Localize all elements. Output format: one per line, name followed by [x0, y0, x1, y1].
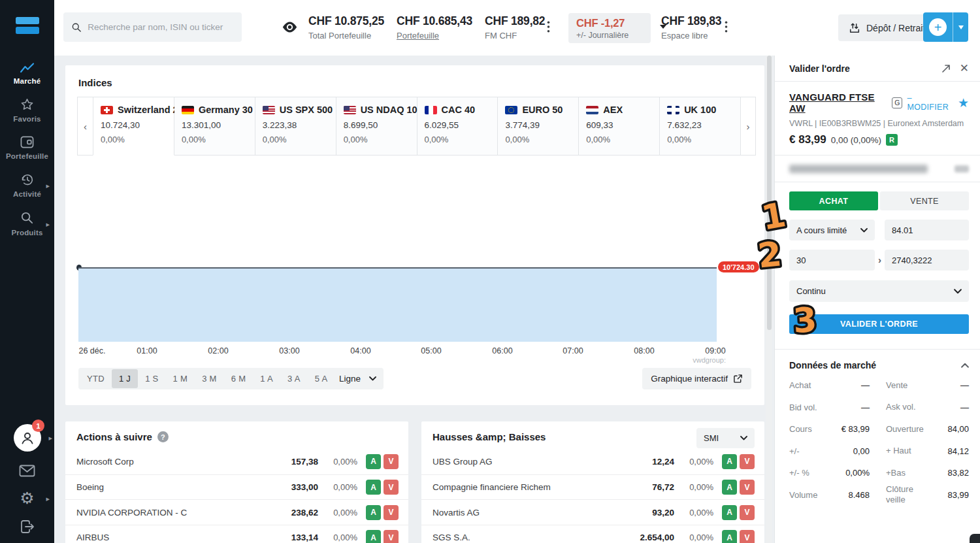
- sell-button[interactable]: V: [384, 505, 399, 520]
- index-tab-cac-40[interactable]: CAC 40 6.029,55 0,00%: [417, 97, 498, 155]
- buy-button[interactable]: A: [722, 480, 737, 495]
- sidebar-item-favoris[interactable]: Favoris: [0, 91, 54, 129]
- sidebar: Marché Favoris Portefeuille Activité ▸ P…: [0, 0, 54, 543]
- index-tab-uk-100[interactable]: UK 100 7.632,23 0,00%: [660, 97, 740, 155]
- table-row[interactable]: UBS Group AG 12,24 0,00% A V: [421, 449, 764, 474]
- chart-type-select[interactable]: Ligne: [332, 368, 384, 389]
- range-1m[interactable]: 1 M: [166, 369, 195, 388]
- sell-button[interactable]: V: [740, 454, 755, 469]
- table-row[interactable]: Microsoft Corp 157,38 0,00% A V: [65, 449, 408, 474]
- sell-button[interactable]: V: [740, 530, 755, 543]
- sidebar-item-produits[interactable]: Produits ▸: [0, 205, 54, 243]
- range-1j[interactable]: 1 J: [112, 369, 138, 388]
- sell-button[interactable]: V: [740, 480, 755, 495]
- stock-name: UBS Group AG: [433, 457, 623, 467]
- table-row[interactable]: Compagnie financiere Richem 76,72 0,00% …: [421, 474, 764, 500]
- quantity-field[interactable]: [789, 250, 875, 271]
- buy-button[interactable]: A: [722, 530, 737, 543]
- buy-button[interactable]: A: [366, 505, 381, 520]
- range-5a[interactable]: 5 A: [308, 369, 335, 388]
- indices-card: Indices ‹ Switzerland 20 10.724,30 0,00%…: [65, 65, 764, 405]
- favorite-star-icon[interactable]: ★: [958, 97, 969, 109]
- range-1a[interactable]: 1 A: [253, 369, 280, 388]
- tabs-scroll-right-button[interactable]: ›: [740, 97, 755, 155]
- new-order-dropdown-button[interactable]: [953, 12, 968, 42]
- scrollbar-thumb[interactable]: [767, 56, 772, 330]
- index-tab-euro-50[interactable]: EURO 50 3.774,39 0,00%: [498, 97, 579, 155]
- indices-title: Indices: [78, 77, 112, 88]
- buy-button[interactable]: A: [366, 454, 381, 469]
- sidebar-item-portefeuille[interactable]: Portefeuille: [0, 129, 54, 167]
- visibility-toggle[interactable]: [282, 22, 298, 33]
- free-space-menu-button[interactable]: [725, 21, 728, 33]
- logout-button[interactable]: [0, 519, 54, 534]
- price-chart-area[interactable]: [78, 267, 717, 342]
- amount-input[interactable]: [892, 255, 962, 265]
- logo-bar: [16, 27, 39, 34]
- daily-change-selector[interactable]: CHF -1,27 +/- Journalière: [568, 13, 651, 43]
- search-box[interactable]: [63, 12, 242, 42]
- range-1s[interactable]: 1 S: [138, 369, 165, 388]
- table-row[interactable]: Novartis AG 93,20 0,00% A V: [421, 499, 764, 525]
- tab-achat[interactable]: ACHAT: [789, 191, 878, 210]
- limit-price-input[interactable]: [892, 225, 962, 235]
- last-price-badge: 10'724.30: [718, 261, 759, 272]
- table-row[interactable]: Boeing 333,00 0,00% A V: [65, 474, 408, 500]
- validate-order-button[interactable]: VALIDER L'ORDRE: [789, 314, 969, 334]
- sell-button[interactable]: V: [740, 505, 755, 520]
- modify-link[interactable]: – MODIFIER: [907, 93, 953, 112]
- limit-price-field[interactable]: [885, 220, 969, 240]
- index-tab-us-ndaq-100[interactable]: US NDAQ 100 8.699,50 0,00%: [336, 97, 417, 155]
- brand-logo[interactable]: [16, 17, 39, 34]
- index-tab-germany-30[interactable]: Germany 30 13.301,00 0,00%: [174, 97, 255, 155]
- buy-button[interactable]: A: [366, 530, 381, 543]
- profile-menu[interactable]: 1 ▸: [0, 424, 54, 452]
- tab-vente[interactable]: VENTE: [880, 191, 969, 210]
- logo-bar: [16, 17, 39, 24]
- metric-value: CHF 189,83: [661, 14, 721, 28]
- chat-widget-corner[interactable]: [970, 534, 980, 543]
- index-tab-us-spx-500[interactable]: US SPX 500 3.223,38 0,00%: [255, 97, 336, 155]
- amount-field[interactable]: [885, 250, 969, 271]
- new-order-button[interactable]: +: [923, 12, 953, 42]
- sidebar-item-marche[interactable]: Marché: [0, 56, 54, 91]
- sell-button[interactable]: V: [384, 480, 399, 495]
- close-panel-button[interactable]: ✕: [960, 63, 969, 74]
- instrument-name-link[interactable]: VANGUARD FTSE AW: [789, 91, 887, 114]
- scrollbar-track[interactable]: [766, 56, 772, 543]
- validity-select[interactable]: Continu: [789, 280, 969, 302]
- settings-button[interactable]: ⚙ ▸: [0, 490, 54, 506]
- index-tab-aex[interactable]: AEX 609,33 0,00%: [579, 97, 660, 155]
- index-tab-switzerland-20[interactable]: Switzerland 20 10.724,30 0,00%: [93, 97, 174, 156]
- help-icon[interactable]: ?: [157, 431, 169, 442]
- portfolio-link[interactable]: Portefeuille: [397, 31, 472, 41]
- buy-button[interactable]: A: [366, 480, 381, 495]
- search-input[interactable]: [88, 22, 234, 32]
- range-ytd[interactable]: YTD: [80, 369, 112, 388]
- sell-button[interactable]: V: [384, 530, 399, 543]
- range-6m[interactable]: 6 M: [224, 369, 253, 388]
- movers-index-select[interactable]: SMI: [696, 428, 755, 448]
- range-3a[interactable]: 3 A: [280, 369, 308, 388]
- table-row[interactable]: SGS S.A. 2.654,00 0,00% A V: [421, 525, 764, 543]
- account-row-redacted: [775, 156, 980, 182]
- index-change: 0,00%: [586, 135, 659, 144]
- table-row[interactable]: AIRBUS 133,14 0,00% A V: [65, 525, 408, 543]
- buy-button[interactable]: A: [722, 505, 737, 520]
- sell-button[interactable]: V: [384, 454, 399, 469]
- stock-change: 0,00%: [674, 482, 713, 492]
- expand-panel-button[interactable]: [941, 64, 951, 73]
- buy-button[interactable]: A: [722, 454, 737, 469]
- tabs-scroll-left-button[interactable]: ‹: [78, 97, 93, 155]
- quantity-input[interactable]: [796, 255, 868, 265]
- order-type-select[interactable]: A cours limité: [789, 220, 875, 240]
- deposit-withdraw-button[interactable]: Dépôt / Retrait: [838, 14, 936, 41]
- messages-button[interactable]: [0, 465, 54, 477]
- range-3m[interactable]: 3 M: [195, 369, 224, 388]
- fm-chf-menu-button[interactable]: [547, 21, 550, 33]
- sidebar-item-activite[interactable]: Activité ▸: [0, 167, 54, 205]
- realtime-badge: R: [886, 134, 898, 146]
- table-row[interactable]: NVIDIA CORPORATION - C 238,62 0,00% A V: [65, 499, 408, 525]
- interactive-chart-button[interactable]: Graphique interactif: [642, 368, 751, 389]
- collapse-section-button[interactable]: [961, 363, 969, 368]
